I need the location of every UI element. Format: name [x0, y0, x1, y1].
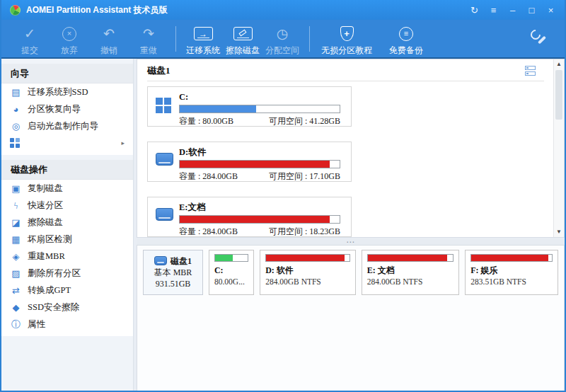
grid-icon	[10, 138, 20, 148]
usage-bar	[214, 254, 248, 262]
capacity-text: 容量 : 284.00GB	[179, 171, 238, 183]
overview-partition-c[interactable]: C: 80.00G...	[209, 250, 254, 295]
sidebar-item-more-wizards[interactable]: ▸	[1, 134, 133, 151]
usage-bar	[367, 254, 454, 262]
usage-bar	[265, 254, 350, 262]
sidebar-item-convert-to-gpt[interactable]: ⇄ 转换成GPT	[1, 282, 133, 299]
app-logo-icon	[10, 5, 21, 16]
pie-icon: ◕	[10, 105, 22, 114]
sidebar-item-migrate-to-ssd[interactable]: ▤ 迁移系统到SSD	[1, 83, 133, 100]
maximize-button[interactable]: □	[522, 1, 541, 18]
disk-panel: 磁盘1 C: 容量 : 80.00GB 可用空间 : 41.28GB D:软件	[137, 59, 565, 238]
diamond-eraser-icon: ◆	[10, 303, 22, 312]
pie-clock-icon: ◷	[277, 25, 289, 42]
free-space-text: 可用空间 : 17.10GB	[269, 171, 340, 183]
refresh-icon[interactable]: ↻	[465, 1, 484, 18]
disk-panel-header: 磁盘1	[137, 59, 564, 81]
toolbar: ✓ 提交 × 放弃 ↶ 撤销 ↷ 重做 → 迁移系统 擦除磁盘 ◷ 分配空间	[1, 20, 565, 59]
windows-logo-icon	[156, 98, 171, 113]
tag-icon: ◈	[10, 252, 22, 261]
overview-partition-f[interactable]: F: 娱乐 283.51GB NTFS	[465, 250, 558, 295]
disk-name: 磁盘1	[171, 255, 192, 267]
view-mode-icon[interactable]	[525, 66, 536, 76]
sidebar-item-quick-partition[interactable]: ϟ 快速分区	[1, 197, 133, 214]
disk-type: 基本 MBR	[154, 267, 192, 278]
usage-bar	[179, 160, 340, 168]
info-circle-icon: ⓘ	[10, 320, 22, 329]
partition-card-c[interactable]: C: 容量 : 80.00GB 可用空间 : 41.28GB	[147, 86, 352, 127]
partition-tutorial-button[interactable]: + 无损分区教程	[319, 25, 374, 57]
sidebar-item-rebuild-mbr[interactable]: ◈ 重建MBR	[1, 248, 133, 265]
lightning-icon: ϟ	[10, 201, 22, 210]
partition-card-d[interactable]: D:软件 容量 : 284.00GB 可用空间 : 17.10GB	[147, 142, 352, 182]
partition-card-list: C: 容量 : 80.00GB 可用空间 : 41.28GB D:软件 容量 :…	[137, 81, 564, 257]
sidebar-item-ssd-secure-erase[interactable]: ◆ SSD安全擦除	[1, 299, 133, 316]
chevron-right-icon: ▸	[121, 139, 125, 146]
sidebar-item-partition-recovery[interactable]: ◕ 分区恢复向导	[1, 100, 133, 117]
disk-overview-panel: 磁盘1 基本 MBR 931.51GB C: 80.00G... D: 软件 2…	[137, 245, 565, 391]
trash-icon: ▨	[10, 269, 22, 278]
partition-card-e[interactable]: E:文档 容量 : 284.00GB 可用空间 : 18.23GB	[147, 197, 352, 237]
wrench-icon[interactable]	[529, 29, 546, 46]
sidebar-item-wipe-disk[interactable]: ◪ 擦除磁盘	[1, 214, 133, 231]
vertical-scrollbar[interactable]: ▲ ▼	[553, 59, 564, 237]
free-backup-button[interactable]: ≡ 免费备份	[379, 25, 434, 57]
panel-splitter[interactable]: ⋯	[137, 238, 565, 245]
toolbar-divider	[309, 26, 310, 52]
check-icon: ✓	[24, 25, 35, 42]
disk-operations-section: 磁盘操作 ▣ 复制磁盘 ϟ 快速分区 ◪ 擦除磁盘 ▦ 坏扇区检测 ◈ 重建MB…	[1, 160, 133, 336]
window-controls: ↻ ≡ – □ ×	[465, 1, 560, 18]
redo-button[interactable]: ↷ 重做	[131, 25, 166, 57]
sector-grid-icon: ▦	[10, 235, 22, 244]
wizards-section-header: 向导	[1, 64, 133, 83]
menu-icon[interactable]: ≡	[484, 1, 503, 18]
disk-icon	[154, 256, 167, 265]
sidebar-item-bootable-media[interactable]: ◎ 启动光盘制作向导	[1, 117, 133, 134]
disk-info-block[interactable]: 磁盘1 基本 MBR 931.51GB	[143, 250, 203, 295]
eraser-icon: ◪	[10, 218, 22, 227]
title-bar: AOMEI Partition Assistant 技术员版 ↻ ≡ – □ ×	[1, 0, 565, 20]
redo-icon: ↷	[143, 25, 154, 42]
sidebar-item-copy-disk[interactable]: ▣ 复制磁盘	[1, 180, 133, 197]
migrate-os-button[interactable]: → 迁移系统	[185, 25, 221, 57]
undo-button[interactable]: ↶ 撤销	[91, 25, 127, 57]
cancel-circle-icon: ×	[62, 27, 76, 41]
sidebar: 向导 ▤ 迁移系统到SSD ◕ 分区恢复向导 ◎ 启动光盘制作向导 ▸ 磁盘操作	[1, 59, 134, 391]
capacity-text: 容量 : 80.00GB	[179, 115, 233, 127]
app-title: AOMEI Partition Assistant 技术员版	[26, 4, 168, 16]
overview-partition-e[interactable]: E: 文档 284.00GB NTFS	[362, 250, 459, 295]
disk-title: 磁盘1	[147, 64, 171, 77]
commit-button[interactable]: ✓ 提交	[12, 25, 47, 57]
usage-bar	[179, 215, 340, 224]
disk-icon: ▤	[10, 88, 22, 97]
undo-icon: ↶	[103, 25, 115, 42]
scroll-down-icon[interactable]: ▼	[556, 229, 562, 235]
wizards-section: 向导 ▤ 迁移系统到SSD ◕ 分区恢复向导 ◎ 启动光盘制作向导 ▸	[1, 64, 133, 155]
disc-icon: ◎	[10, 122, 22, 131]
swap-arrows-icon: ⇄	[10, 286, 22, 295]
wipe-disk-button[interactable]: 擦除磁盘	[225, 25, 260, 57]
migrate-disk-icon: →	[194, 27, 213, 40]
discard-button[interactable]: × 放弃	[52, 25, 87, 57]
wipe-disk-icon	[233, 27, 253, 40]
disk-overview-row: 磁盘1 基本 MBR 931.51GB C: 80.00G... D: 软件 2…	[137, 246, 564, 299]
close-button[interactable]: ×	[541, 1, 560, 18]
sidebar-item-bad-sector-test[interactable]: ▦ 坏扇区检测	[1, 231, 133, 248]
toolbar-divider	[175, 26, 176, 52]
copy-disk-icon: ▣	[10, 184, 22, 193]
disk-size: 931.51GB	[156, 278, 191, 289]
disk-operations-section-header: 磁盘操作	[1, 160, 133, 180]
shield-plus-icon: +	[340, 26, 354, 41]
free-space-text: 可用空间 : 41.28GB	[269, 115, 340, 127]
usage-bar	[470, 254, 553, 262]
allocate-space-button[interactable]: ◷ 分配空间	[265, 25, 300, 57]
sidebar-item-properties[interactable]: ⓘ 属性	[1, 316, 133, 333]
scroll-up-icon[interactable]: ▲	[556, 62, 562, 67]
backup-db-icon: ≡	[399, 27, 413, 41]
scroll-thumb[interactable]	[555, 70, 562, 120]
minimize-button[interactable]: –	[503, 1, 522, 18]
overview-partition-d[interactable]: D: 软件 284.00GB NTFS	[260, 250, 356, 295]
disk-icon	[156, 208, 173, 221]
usage-bar	[179, 105, 340, 113]
sidebar-item-delete-all-partitions[interactable]: ▨ 删除所有分区	[1, 265, 133, 282]
